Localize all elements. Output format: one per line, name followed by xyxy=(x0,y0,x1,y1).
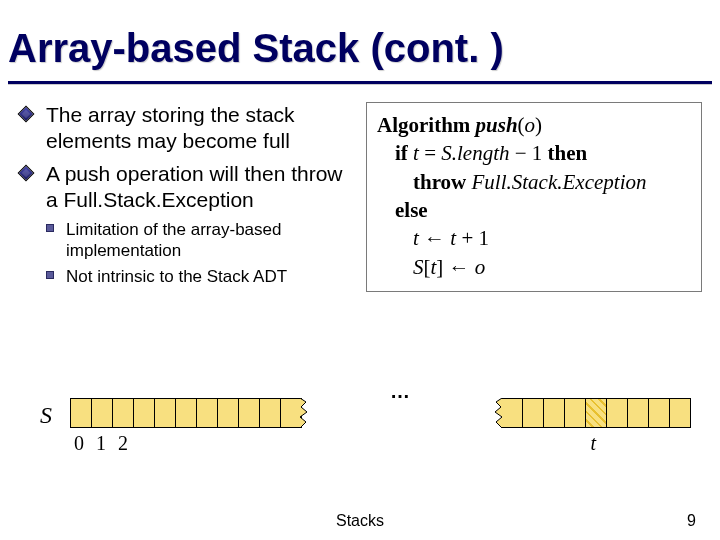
array-cell xyxy=(238,398,260,428)
content-area: The array storing the stack elements may… xyxy=(0,102,720,292)
algo-line: else xyxy=(377,196,691,224)
array-row: … xyxy=(70,398,690,430)
algo-line: S[t] ← o xyxy=(377,253,691,281)
jagged-edge-icon xyxy=(300,398,310,428)
array-cell xyxy=(196,398,218,428)
algo-fn-name: push xyxy=(476,113,518,137)
slide-title: Array-based Stack (cont. ) xyxy=(0,0,720,81)
array-cell xyxy=(280,398,302,428)
square-bullet-icon xyxy=(46,224,54,232)
algo-keyword: then xyxy=(548,141,588,165)
sub-bullet-list: Limitation of the array-based implementa… xyxy=(44,219,354,287)
array-cell xyxy=(133,398,155,428)
algo-text: + 1 xyxy=(456,226,489,250)
diamond-bullet-icon xyxy=(18,164,35,181)
algo-exception: Full.Stack.Exception xyxy=(472,170,647,194)
array-cell xyxy=(259,398,281,428)
array-cell xyxy=(175,398,197,428)
algo-keyword: Algorithm xyxy=(377,113,470,137)
algo-keyword: if xyxy=(395,141,408,165)
array-cell xyxy=(501,398,523,428)
index-label: 2 xyxy=(118,432,128,455)
algo-var: S.length xyxy=(441,141,509,165)
left-column: The array storing the stack elements may… xyxy=(18,102,354,292)
bullet-text: A push operation will then throw a Full.… xyxy=(46,162,343,211)
algo-text: − 1 xyxy=(510,141,548,165)
array-cell xyxy=(543,398,565,428)
array-cell xyxy=(627,398,649,428)
array-cell xyxy=(91,398,113,428)
array-cell xyxy=(648,398,670,428)
algo-keyword: throw xyxy=(413,170,466,194)
index-label: 1 xyxy=(96,432,106,455)
algo-var: S xyxy=(413,255,424,279)
index-label: 0 xyxy=(74,432,84,455)
algo-line: t ← t + 1 xyxy=(377,224,691,252)
bullet-item: A push operation will then throw a Full.… xyxy=(18,161,354,214)
array-cell xyxy=(669,398,691,428)
array-cell xyxy=(522,398,544,428)
algo-text: ← xyxy=(419,226,451,250)
index-row: 0 1 2 t xyxy=(70,432,690,456)
algo-var: o xyxy=(475,255,486,279)
footer-label: Stacks xyxy=(0,512,720,530)
algo-keyword: else xyxy=(395,198,428,222)
title-underline xyxy=(8,81,712,84)
algo-line: if t = S.length − 1 then xyxy=(377,139,691,167)
array-cell xyxy=(154,398,176,428)
sub-bullet-text: Not intrinsic to the Stack ADT xyxy=(66,267,287,286)
array-cell xyxy=(70,398,92,428)
sub-bullet-text: Limitation of the array-based implementa… xyxy=(66,220,281,260)
algo-text: = xyxy=(419,141,441,165)
algo-line: Algorithm push(o) xyxy=(377,111,691,139)
array-cell xyxy=(564,398,586,428)
sub-bullet-item: Not intrinsic to the Stack ADT xyxy=(44,266,354,287)
array-cell xyxy=(217,398,239,428)
array-label: S xyxy=(40,402,52,429)
ellipsis-icon: … xyxy=(390,380,412,403)
bullet-text: The array storing the stack elements may… xyxy=(46,103,295,152)
array-cell xyxy=(606,398,628,428)
array-cell-current xyxy=(585,398,607,428)
right-column: Algorithm push(o) if t = S.length − 1 th… xyxy=(366,102,702,292)
sub-bullet-item: Limitation of the array-based implementa… xyxy=(44,219,354,262)
array-gap: … xyxy=(301,398,501,430)
diamond-bullet-icon xyxy=(18,106,35,123)
index-label-t: t xyxy=(590,432,596,455)
algorithm-box: Algorithm push(o) if t = S.length − 1 th… xyxy=(366,102,702,292)
array-cell xyxy=(112,398,134,428)
algo-fn-arg: o xyxy=(525,113,536,137)
bullet-list: The array storing the stack elements may… xyxy=(18,102,354,213)
jagged-edge-icon xyxy=(492,398,502,428)
bullet-item: The array storing the stack elements may… xyxy=(18,102,354,155)
square-bullet-icon xyxy=(46,271,54,279)
algo-text: ← xyxy=(443,255,475,279)
page-number: 9 xyxy=(687,512,696,530)
algo-line: throw Full.Stack.Exception xyxy=(377,168,691,196)
